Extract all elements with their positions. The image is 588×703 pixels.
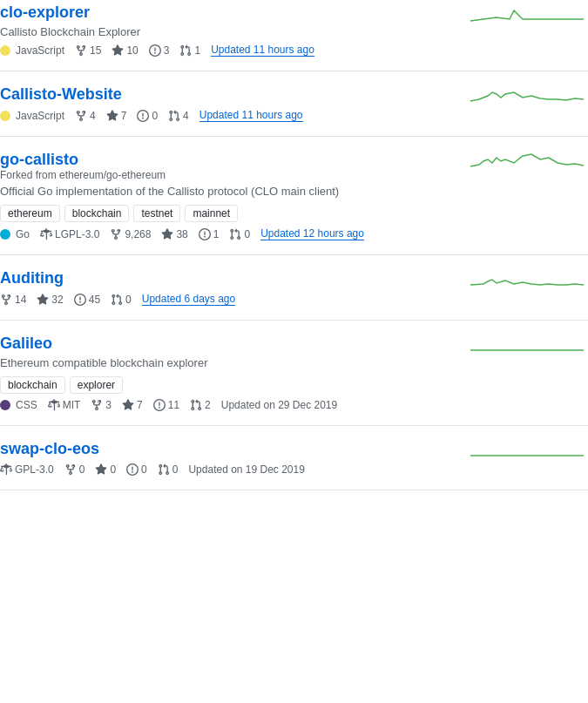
star-count: 38 <box>176 228 187 240</box>
sparkline-chart <box>470 3 584 30</box>
topic-tag[interactable]: blockchain <box>0 376 65 394</box>
repo-name-link[interactable]: swap-clo-eos <box>0 440 99 457</box>
repo-item: GalileoEthereum compatible blockchain ex… <box>0 321 588 426</box>
star-count: 10 <box>126 44 138 57</box>
license-name: MIT <box>63 399 81 411</box>
repo-language: JavaScript <box>0 44 64 57</box>
repo-left: GalileoEthereum compatible blockchain ex… <box>0 335 466 411</box>
repo-prs[interactable]: 2 <box>190 399 211 411</box>
repo-left: swap-clo-eos GPL-3.0 0 0 0 0 Updated on … <box>0 440 466 476</box>
star-count: 0 <box>110 463 116 476</box>
repo-right <box>466 151 588 177</box>
repo-desc: Ethereum compatible blockchain explorer <box>0 356 449 369</box>
repo-right <box>466 85 588 112</box>
updated-text: Updated on 19 Dec 2019 <box>188 463 304 476</box>
repo-stars[interactable]: 7 <box>106 110 127 122</box>
sparkline-chart <box>470 269 584 295</box>
repo-license: GPL-3.0 <box>0 463 54 476</box>
repo-prs[interactable]: 4 <box>168 110 189 122</box>
repo-right <box>466 3 588 30</box>
updated-link[interactable]: Updated 6 days ago <box>142 293 235 306</box>
topic-tag[interactable]: explorer <box>70 376 123 394</box>
issue-count: 45 <box>89 294 100 306</box>
repo-right <box>466 440 588 466</box>
repo-item: clo-explorerCallisto Blockchain Explorer… <box>0 0 588 71</box>
repo-license: LGPL-3.0 <box>40 228 99 240</box>
fork-count: 4 <box>90 110 96 122</box>
repo-language: Go <box>0 228 30 240</box>
repo-forks[interactable]: 9,268 <box>110 228 151 240</box>
repo-forks[interactable]: 0 <box>64 463 85 476</box>
repo-desc: Official Go implementation of the Callis… <box>0 185 449 198</box>
repo-issues[interactable]: 45 <box>74 294 100 306</box>
repo-stars[interactable]: 7 <box>122 399 143 411</box>
repo-prs[interactable]: 0 <box>158 463 179 476</box>
fork-count: 9,268 <box>125 228 151 240</box>
topic-tag[interactable]: testnet <box>133 205 180 222</box>
repo-meta: CSS MIT 3 7 11 2 Updated on 29 Dec 2019 <box>0 399 449 411</box>
repo-left: Callisto-Website JavaScript 4 7 0 4 Upda… <box>0 85 466 122</box>
repo-issues[interactable]: 0 <box>126 463 147 476</box>
updated-link[interactable]: Updated 11 hours ago <box>199 109 303 122</box>
topic-tag[interactable]: mainnet <box>185 205 238 222</box>
repo-stars[interactable]: 38 <box>161 228 187 240</box>
repo-name-link[interactable]: Auditing <box>0 269 64 287</box>
language-dot <box>0 229 10 240</box>
repo-meta: Go LGPL-3.0 9,268 38 1 0 Updated 12 hour… <box>0 227 449 240</box>
repo-forks[interactable]: 15 <box>75 44 101 57</box>
repo-name-link[interactable]: Galileo <box>0 335 52 352</box>
topic-tag[interactable]: ethereum <box>0 205 60 222</box>
repo-left: go-callistoForked from ethereum/go-ether… <box>0 151 466 240</box>
repo-name-link[interactable]: clo-explorer <box>0 3 90 21</box>
license-name: GPL-3.0 <box>15 463 54 476</box>
repo-issues[interactable]: 1 <box>199 228 220 240</box>
pr-count: 0 <box>172 463 179 476</box>
repo-name-link[interactable]: go-callisto <box>0 151 78 168</box>
fork-from: Forked from ethereum/go-ethereum <box>0 169 449 181</box>
pr-count: 0 <box>244 228 250 240</box>
star-count: 32 <box>51 294 63 306</box>
repo-right <box>466 269 588 295</box>
language-dot <box>0 45 10 56</box>
repo-name-link[interactable]: Callisto-Website <box>0 85 122 103</box>
repo-left: clo-explorerCallisto Blockchain Explorer… <box>0 3 466 57</box>
repo-stars[interactable]: 0 <box>95 463 116 476</box>
repo-prs[interactable]: 0 <box>229 228 250 240</box>
repo-stars[interactable]: 32 <box>37 294 63 306</box>
sparkline-chart <box>470 151 584 177</box>
sparkline-chart <box>470 85 584 112</box>
repo-forks[interactable]: 4 <box>75 110 96 122</box>
repo-license: MIT <box>48 399 81 411</box>
repo-language: CSS <box>0 399 37 411</box>
repo-tags: ethereumblockchaintestnetmainnet <box>0 205 449 222</box>
repo-left: Auditing 14 32 45 0 Updated 6 days ago <box>0 269 466 306</box>
repo-meta: JavaScript 4 7 0 4 Updated 11 hours ago <box>0 109 449 122</box>
issue-count: 3 <box>164 44 170 57</box>
repo-desc: Callisto Blockchain Explorer <box>0 25 449 38</box>
repo-meta: GPL-3.0 0 0 0 0 Updated on 19 Dec 2019 <box>0 463 449 476</box>
repo-issues[interactable]: 0 <box>137 110 158 122</box>
repo-forks[interactable]: 3 <box>91 399 112 411</box>
repo-forks[interactable]: 14 <box>0 294 26 306</box>
repo-prs[interactable]: 0 <box>111 294 132 306</box>
issue-count: 11 <box>168 399 179 411</box>
repo-tags: blockchainexplorer <box>0 376 449 394</box>
topic-tag[interactable]: blockchain <box>64 205 130 222</box>
language-dot <box>0 400 10 410</box>
language-name: JavaScript <box>16 44 64 57</box>
repo-stars[interactable]: 10 <box>112 44 138 57</box>
repo-item: Callisto-Website JavaScript 4 7 0 4 Upda… <box>0 71 588 137</box>
updated-link[interactable]: Updated 11 hours ago <box>211 44 314 57</box>
fork-count: 14 <box>15 294 26 306</box>
repo-item: Auditing 14 32 45 0 Updated 6 days ago <box>0 255 588 321</box>
repo-issues[interactable]: 3 <box>149 44 170 57</box>
fork-count: 0 <box>79 463 85 476</box>
repo-right <box>466 335 588 361</box>
pr-count: 1 <box>194 44 200 57</box>
pr-count: 4 <box>183 110 189 122</box>
updated-link[interactable]: Updated 12 hours ago <box>260 227 364 240</box>
repo-prs[interactable]: 1 <box>179 44 200 57</box>
language-dot <box>0 111 10 121</box>
repo-issues[interactable]: 11 <box>153 399 179 411</box>
repo-meta: JavaScript 15 10 3 1 Updated 11 hours ag… <box>0 44 449 57</box>
